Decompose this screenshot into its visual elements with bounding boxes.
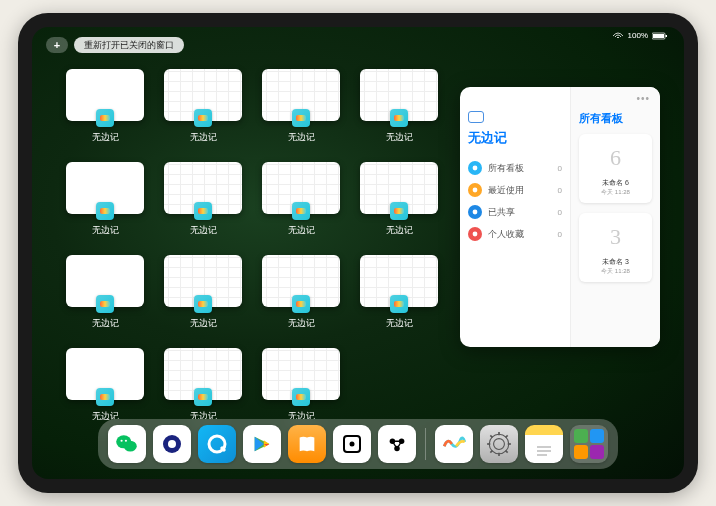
sidebar-icon (468, 111, 484, 123)
status-bar: 100% (612, 31, 668, 40)
panel-left: 无边记 所有看板0最近使用0已共享0个人收藏0 (460, 87, 570, 347)
freeform-app-icon (390, 109, 408, 127)
window-label: 无边记 (386, 224, 413, 237)
window-tile[interactable]: 无边记 (356, 69, 442, 144)
window-tile[interactable]: 无边记 (160, 162, 246, 237)
window-thumbnail (66, 69, 144, 121)
dock-app-freeform[interactable] (435, 425, 473, 463)
sidebar-item[interactable]: 已共享0 (468, 201, 562, 223)
freeform-app-icon (96, 388, 114, 406)
sidebar-item-count: 0 (558, 208, 562, 217)
dock-app-play[interactable] (243, 425, 281, 463)
new-window-button[interactable]: + (46, 37, 68, 53)
dock-app-dice[interactable] (333, 425, 371, 463)
dock-separator (425, 428, 426, 460)
window-tile[interactable]: 无边记 (258, 255, 344, 330)
sidebar-item-label: 个人收藏 (488, 228, 524, 241)
window-thumbnail (164, 69, 242, 121)
window-label: 无边记 (288, 317, 315, 330)
category-icon (468, 227, 482, 241)
svg-point-10 (125, 440, 127, 442)
window-tile[interactable]: 无边记 (160, 348, 246, 423)
window-label: 无边记 (386, 317, 413, 330)
freeform-app-icon (390, 202, 408, 220)
svg-point-20 (494, 439, 505, 450)
window-thumbnail (262, 348, 340, 400)
battery-text: 100% (628, 31, 648, 40)
panel-right-title: 所有看板 (579, 111, 652, 126)
freeform-app-icon (292, 109, 310, 127)
window-tile[interactable]: 无边记 (356, 255, 442, 330)
sidebar-item-count: 0 (558, 164, 562, 173)
window-label: 无边记 (288, 131, 315, 144)
dock (98, 419, 618, 469)
svg-line-26 (506, 451, 508, 453)
window-tile[interactable]: 无边记 (160, 69, 246, 144)
freeform-sidebar-panel[interactable]: ••• 无边记 所有看板0最近使用0已共享0个人收藏0 所有看板 6未命名 6今… (460, 87, 660, 347)
freeform-app-icon (96, 202, 114, 220)
dock-app-quark[interactable] (153, 425, 191, 463)
dock-app-qqbrowser[interactable] (198, 425, 236, 463)
freeform-app-icon (292, 295, 310, 313)
category-icon (468, 205, 482, 219)
window-thumbnail (360, 255, 438, 307)
svg-point-15 (350, 442, 355, 447)
window-label: 无边记 (190, 131, 217, 144)
board-name: 未命名 6 (602, 178, 629, 188)
reopen-closed-window-button[interactable]: 重新打开已关闭的窗口 (74, 37, 184, 53)
sidebar-item[interactable]: 个人收藏0 (468, 223, 562, 245)
window-tile[interactable]: 无边记 (258, 348, 344, 423)
window-thumbnail (262, 162, 340, 214)
window-tile[interactable]: 无边记 (258, 69, 344, 144)
sidebar-item-label: 最近使用 (488, 184, 524, 197)
freeform-app-icon (390, 295, 408, 313)
window-tile[interactable]: 无边记 (356, 162, 442, 237)
window-label: 无边记 (386, 131, 413, 144)
freeform-app-icon (194, 295, 212, 313)
sidebar-item[interactable]: 所有看板0 (468, 157, 562, 179)
app-expose-grid: 无边记无边记无边记无边记无边记无边记无边记无边记无边记无边记无边记无边记无边记无… (62, 69, 442, 423)
window-thumbnail (66, 162, 144, 214)
svg-line-25 (490, 435, 492, 437)
dock-app-wechat[interactable] (108, 425, 146, 463)
svg-point-12 (168, 440, 176, 448)
svg-point-3 (473, 166, 478, 171)
window-thumbnail (360, 162, 438, 214)
svg-rect-2 (666, 35, 668, 37)
window-tile[interactable]: 无边记 (62, 162, 148, 237)
more-icon[interactable]: ••• (636, 93, 650, 104)
window-thumbnail (164, 255, 242, 307)
window-label: 无边记 (288, 224, 315, 237)
category-icon (468, 183, 482, 197)
board-thumbnail: 3 (598, 219, 634, 255)
dock-app-books[interactable] (288, 425, 326, 463)
window-tile[interactable]: 无边记 (62, 348, 148, 423)
board-name: 未命名 3 (602, 257, 629, 267)
window-thumbnail (262, 255, 340, 307)
sidebar-item[interactable]: 最近使用0 (468, 179, 562, 201)
window-thumbnail (164, 162, 242, 214)
window-tile[interactable]: 无边记 (258, 162, 344, 237)
window-tile[interactable]: 无边记 (160, 255, 246, 330)
board-card[interactable]: 6未命名 6今天 11:28 (579, 134, 652, 203)
screen: 100% + 重新打开已关闭的窗口 无边记无边记无边记无边记无边记无边记无边记无… (32, 27, 684, 479)
dock-app-library[interactable] (570, 425, 608, 463)
window-label: 无边记 (92, 317, 119, 330)
top-bar: + 重新打开已关闭的窗口 (46, 37, 184, 53)
window-label: 无边记 (92, 224, 119, 237)
dock-app-warframe[interactable] (378, 425, 416, 463)
dock-app-notes[interactable] (525, 425, 563, 463)
window-tile[interactable]: 无边记 (62, 69, 148, 144)
sidebar-item-label: 所有看板 (488, 162, 524, 175)
board-thumbnail: 6 (598, 140, 634, 176)
svg-point-5 (473, 210, 478, 215)
category-icon (468, 161, 482, 175)
dock-app-settings[interactable] (480, 425, 518, 463)
ipad-frame: 100% + 重新打开已关闭的窗口 无边记无边记无边记无边记无边记无边记无边记无… (18, 13, 698, 493)
freeform-app-icon (96, 295, 114, 313)
board-card[interactable]: 3未命名 3今天 11:28 (579, 213, 652, 282)
window-tile[interactable]: 无边记 (62, 255, 148, 330)
svg-line-28 (506, 435, 508, 437)
sidebar-item-count: 0 (558, 230, 562, 239)
window-thumbnail (360, 69, 438, 121)
